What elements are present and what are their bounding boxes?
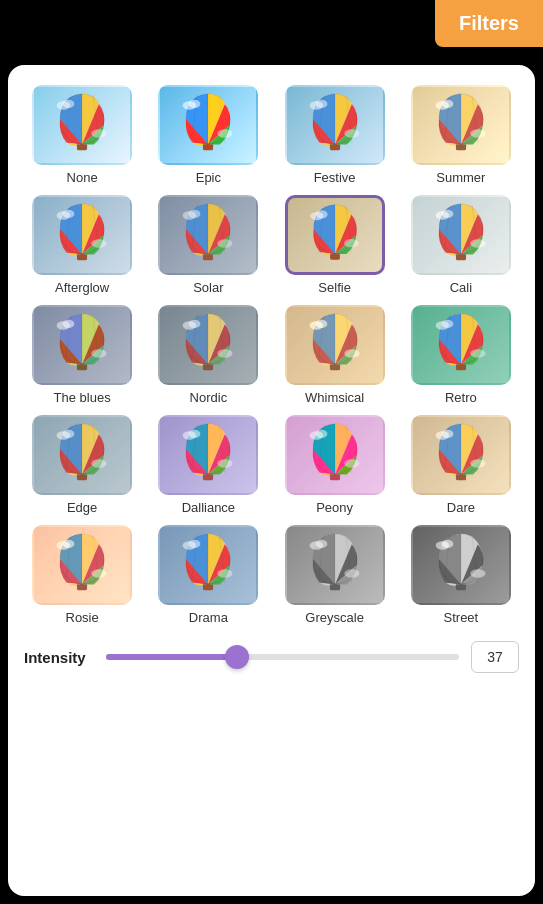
filter-item-dare[interactable]: Dare — [403, 415, 519, 515]
svg-point-75 — [316, 210, 328, 218]
filter-thumb-cali — [411, 195, 511, 275]
filter-label-nordic: Nordic — [190, 390, 228, 405]
filter-item-edge[interactable]: Edge — [24, 415, 140, 515]
filter-label-afterglow: Afterglow — [55, 280, 109, 295]
filter-label-epic: Epic — [196, 170, 221, 185]
svg-point-207 — [315, 540, 327, 548]
filter-item-drama[interactable]: Drama — [150, 525, 266, 625]
slider-fill — [106, 654, 237, 660]
filter-thumb-greyscale — [285, 525, 385, 605]
svg-point-65 — [218, 239, 233, 247]
filter-thumb-summer — [411, 85, 511, 165]
filter-item-retro[interactable]: Retro — [403, 305, 519, 405]
filter-label-retro: Retro — [445, 390, 477, 405]
svg-point-31 — [315, 100, 327, 108]
svg-point-186 — [91, 569, 106, 577]
svg-point-119 — [315, 320, 327, 328]
filter-thumb-street — [411, 525, 511, 605]
svg-point-10 — [91, 129, 106, 137]
svg-point-109 — [218, 349, 233, 357]
filter-item-festive[interactable]: Festive — [277, 85, 393, 185]
filter-label-festive: Festive — [314, 170, 356, 185]
svg-point-42 — [441, 100, 453, 108]
filter-thumb-dare — [411, 415, 511, 495]
filter-label-greyscale: Greyscale — [305, 610, 364, 625]
intensity-row: Intensity 37 — [24, 641, 519, 673]
svg-point-53 — [63, 210, 75, 218]
svg-point-64 — [189, 210, 201, 218]
filter-thumb-rosie — [32, 525, 132, 605]
filter-label-theblues: The blues — [54, 390, 111, 405]
filter-label-dare: Dare — [447, 500, 475, 515]
slider-track — [106, 654, 459, 660]
filter-item-epic[interactable]: Epic — [150, 85, 266, 185]
filters-tab[interactable]: Filters — [435, 0, 543, 47]
filter-thumb-edge — [32, 415, 132, 495]
intensity-value: 37 — [471, 641, 519, 673]
filter-label-peony: Peony — [316, 500, 353, 515]
filter-label-selfie: Selfie — [318, 280, 351, 295]
filter-label-summer: Summer — [436, 170, 485, 185]
filters-grid: None Epic — [24, 85, 519, 625]
filter-thumb-festive — [285, 85, 385, 165]
filter-item-street[interactable]: Street — [403, 525, 519, 625]
filter-label-street: Street — [444, 610, 479, 625]
svg-point-174 — [441, 430, 453, 438]
svg-point-163 — [315, 430, 327, 438]
filter-label-dalliance: Dalliance — [182, 500, 235, 515]
svg-point-108 — [189, 320, 201, 328]
filter-label-edge: Edge — [67, 500, 97, 515]
filter-item-cali[interactable]: Cali — [403, 195, 519, 295]
svg-point-208 — [344, 569, 359, 577]
svg-point-86 — [441, 210, 453, 218]
intensity-label: Intensity — [24, 649, 94, 666]
slider-thumb[interactable] — [225, 645, 249, 669]
filter-label-solar: Solar — [193, 280, 223, 295]
svg-point-131 — [470, 349, 485, 357]
svg-point-142 — [91, 459, 106, 467]
filter-item-none[interactable]: None — [24, 85, 140, 185]
svg-point-196 — [189, 540, 201, 548]
filter-thumb-nordic — [158, 305, 258, 385]
filter-thumb-solar — [158, 195, 258, 275]
filter-item-solar[interactable]: Solar — [150, 195, 266, 295]
filter-item-greyscale[interactable]: Greyscale — [277, 525, 393, 625]
svg-point-185 — [63, 540, 75, 548]
svg-point-87 — [470, 239, 485, 247]
svg-point-141 — [63, 430, 75, 438]
svg-point-218 — [441, 540, 453, 548]
svg-point-76 — [344, 239, 359, 247]
svg-point-130 — [441, 320, 453, 328]
filter-item-nordic[interactable]: Nordic — [150, 305, 266, 405]
filter-thumb-retro — [411, 305, 511, 385]
filter-item-peony[interactable]: Peony — [277, 415, 393, 515]
filter-thumb-epic — [158, 85, 258, 165]
filter-thumb-whimsical — [285, 305, 385, 385]
svg-point-98 — [91, 349, 106, 357]
svg-point-120 — [344, 349, 359, 357]
filter-item-theblues[interactable]: The blues — [24, 305, 140, 405]
filter-label-whimsical: Whimsical — [305, 390, 364, 405]
filter-item-dalliance[interactable]: Dalliance — [150, 415, 266, 515]
svg-point-175 — [470, 459, 485, 467]
svg-point-164 — [344, 459, 359, 467]
filter-item-afterglow[interactable]: Afterglow — [24, 195, 140, 295]
filter-item-summer[interactable]: Summer — [403, 85, 519, 185]
filter-label-drama: Drama — [189, 610, 228, 625]
filter-item-rosie[interactable]: Rosie — [24, 525, 140, 625]
filter-thumb-theblues — [32, 305, 132, 385]
filter-item-whimsical[interactable]: Whimsical — [277, 305, 393, 405]
svg-point-21 — [218, 129, 233, 137]
svg-point-219 — [470, 569, 485, 577]
filter-thumb-peony — [285, 415, 385, 495]
filter-item-selfie[interactable]: Selfie — [277, 195, 393, 295]
svg-point-97 — [63, 320, 75, 328]
filter-label-none: None — [67, 170, 98, 185]
intensity-slider[interactable] — [106, 654, 459, 660]
filter-thumb-selfie — [285, 195, 385, 275]
svg-point-153 — [218, 459, 233, 467]
filter-thumb-afterglow — [32, 195, 132, 275]
phone-container: Filters None — [0, 0, 543, 904]
filter-thumb-none — [32, 85, 132, 165]
filter-label-rosie: Rosie — [66, 610, 99, 625]
